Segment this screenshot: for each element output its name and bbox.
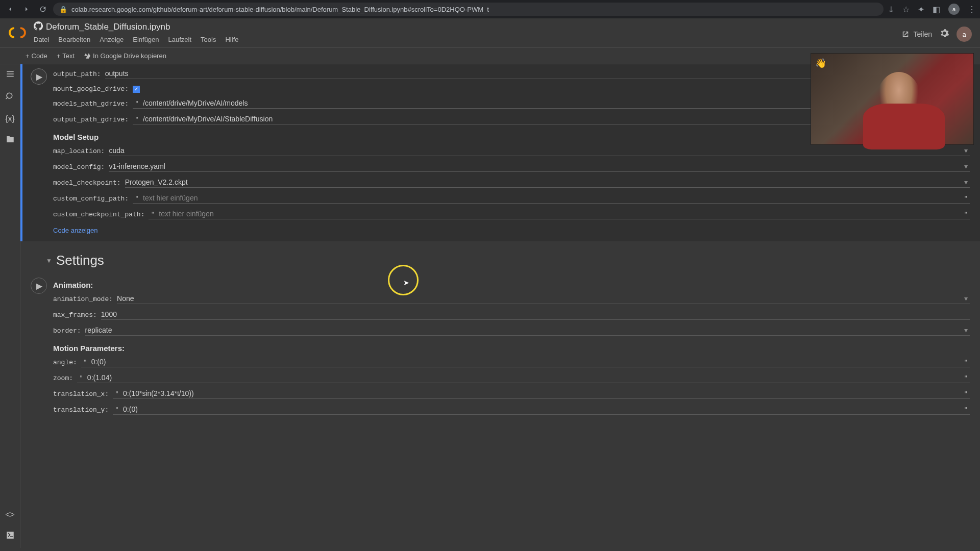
run-cell-button[interactable]: ▶ — [31, 68, 47, 85]
cmd-palette-icon[interactable]: <> — [5, 510, 15, 519]
model-config-select[interactable]: v1-inference.yaml▾ — [109, 162, 970, 172]
menu-anzeige[interactable]: Anzeige — [100, 36, 124, 43]
custom-config-label: custom_config_path: — [53, 195, 129, 203]
notebook-title[interactable]: Deforum_Stable_Diffusion.ipynb — [46, 22, 170, 32]
collapse-section-icon[interactable]: ▼ — [46, 257, 52, 264]
output-path-label: output_path: — [53, 70, 101, 78]
colab-logo[interactable] — [8, 23, 27, 42]
border-label: border: — [53, 327, 81, 335]
share-button[interactable]: Teilen — [901, 30, 932, 39]
custom-config-input[interactable] — [143, 194, 960, 202]
models-gdrive-label: models_path_gdrive: — [53, 100, 129, 108]
ty-label: translation_y: — [53, 406, 109, 414]
map-location-label: map_location: — [53, 147, 105, 155]
add-text-button[interactable]: + Text — [57, 52, 75, 60]
menu-laufzeit[interactable]: Laufzeit — [168, 36, 192, 43]
custom-checkpoint-label: custom_checkpoint_path: — [53, 211, 144, 218]
zoom-input[interactable] — [87, 373, 960, 382]
toc-icon[interactable] — [6, 69, 15, 81]
animation-heading: Animation: — [53, 276, 970, 291]
files-icon[interactable] — [6, 135, 15, 146]
cell-animation: ▶ Animation: animation_mode: None▾ max_f… — [20, 273, 980, 420]
install-icon[interactable]: ⤓ — [888, 5, 894, 14]
extensions-icon[interactable]: ✦ — [918, 5, 924, 14]
add-code-button[interactable]: + Code — [26, 52, 47, 60]
max-frames-label: max_frames: — [53, 311, 97, 319]
chevron-down-icon: ▾ — [964, 326, 968, 334]
ty-input[interactable] — [123, 405, 960, 413]
menu-bar: Datei Bearbeiten Anzeige Einfügen Laufze… — [34, 33, 901, 47]
browser-chrome: 🔒 colab.research.google.com/github/defor… — [0, 0, 980, 18]
search-icon[interactable] — [6, 92, 15, 103]
border-select[interactable]: replicate▾ — [85, 326, 970, 336]
output-gdrive-label: output_path_gdrive: — [53, 116, 129, 123]
terminal-icon[interactable] — [6, 531, 15, 542]
left-rail: {x} <> — [0, 64, 20, 548]
share-label: Teilen — [913, 30, 932, 38]
side-panel-icon[interactable]: ◧ — [933, 5, 940, 14]
mount-gdrive-checkbox[interactable]: ✓ — [133, 86, 140, 93]
chevron-down-icon: ▾ — [964, 162, 968, 170]
model-config-label: model_config: — [53, 163, 105, 171]
url-bar[interactable]: 🔒 colab.research.google.com/github/defor… — [53, 3, 884, 16]
github-icon — [34, 21, 43, 33]
menu-hilfe[interactable]: Hilfe — [225, 36, 238, 43]
browser-menu-icon[interactable]: ⋮ — [968, 5, 976, 14]
play-icon: ▶ — [36, 72, 42, 82]
chevron-down-icon: ▾ — [964, 178, 968, 186]
chevron-down-icon: ▾ — [964, 146, 968, 155]
settings-icon[interactable] — [939, 28, 949, 40]
menu-tools[interactable]: Tools — [201, 36, 216, 43]
url-text: colab.research.google.com/github/deforum… — [71, 6, 489, 13]
menu-einfuegen[interactable]: Einfügen — [133, 36, 159, 43]
menu-datei[interactable]: Datei — [34, 36, 49, 43]
copy-drive-button[interactable]: In Google Drive kopieren — [84, 52, 166, 60]
tx-input[interactable] — [123, 389, 960, 397]
show-code-link[interactable]: Code anzeigen — [53, 222, 970, 239]
settings-heading[interactable]: ▼ Settings — [20, 241, 980, 273]
angle-label: angle: — [53, 359, 77, 366]
zoom-label: zoom: — [53, 374, 73, 382]
custom-checkpoint-input[interactable] — [159, 210, 960, 218]
mount-gdrive-label: mount_google_drive: — [53, 85, 129, 93]
motion-heading: Motion Parameters: — [53, 339, 970, 355]
variables-icon[interactable]: {x} — [5, 114, 15, 123]
webcam-overlay: 👋 — [811, 53, 974, 145]
play-icon: ▶ — [36, 281, 42, 291]
tx-label: translation_x: — [53, 390, 109, 398]
colab-avatar[interactable]: a — [957, 27, 972, 42]
forward-button[interactable] — [20, 3, 33, 15]
angle-input[interactable] — [91, 358, 960, 366]
lock-icon: 🔒 — [59, 6, 67, 13]
run-cell-button[interactable]: ▶ — [31, 278, 47, 294]
reload-button[interactable] — [37, 3, 49, 15]
model-checkpoint-label: model_checkpoint: — [53, 179, 121, 187]
chevron-down-icon: ▾ — [964, 294, 968, 303]
menu-bearbeiten[interactable]: Bearbeiten — [58, 36, 90, 43]
animation-mode-select[interactable]: None▾ — [117, 294, 970, 304]
map-location-select[interactable]: cuda▾ — [109, 146, 970, 156]
star-icon[interactable]: ☆ — [902, 5, 910, 14]
animation-mode-label: animation_mode: — [53, 295, 113, 303]
model-checkpoint-select[interactable]: Protogen_V2.2.ckpt▾ — [125, 178, 970, 188]
back-button[interactable] — [4, 3, 16, 15]
colab-header: Deforum_Stable_Diffusion.ipynb Datei Bea… — [0, 18, 980, 48]
browser-avatar[interactable]: a — [948, 4, 960, 15]
max-frames-input[interactable] — [101, 310, 970, 318]
